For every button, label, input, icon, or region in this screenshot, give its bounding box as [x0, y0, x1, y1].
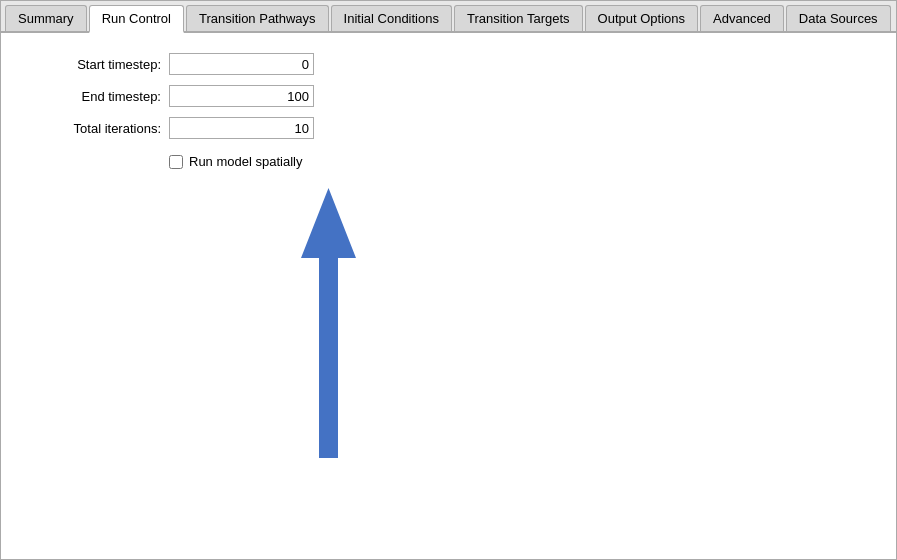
end-timestep-label: End timestep:	[31, 89, 161, 104]
tab-bar: Summary Run Control Transition Pathways …	[1, 1, 896, 33]
svg-marker-0	[301, 188, 356, 458]
tab-advanced[interactable]: Advanced	[700, 5, 784, 31]
tab-transition-targets[interactable]: Transition Targets	[454, 5, 583, 31]
start-timestep-row: Start timestep:	[31, 53, 866, 75]
form-section: Start timestep: End timestep: Total iter…	[31, 53, 866, 139]
tab-data-sources[interactable]: Data Sources	[786, 5, 891, 31]
end-timestep-input[interactable]	[169, 85, 314, 107]
content-area: Start timestep: End timestep: Total iter…	[1, 33, 896, 559]
tab-output-options[interactable]: Output Options	[585, 5, 698, 31]
tab-initial-conditions[interactable]: Initial Conditions	[331, 5, 452, 31]
run-model-spatially-row: Run model spatially	[169, 154, 866, 169]
run-model-spatially-label: Run model spatially	[189, 154, 302, 169]
tab-transition-pathways[interactable]: Transition Pathways	[186, 5, 329, 31]
start-timestep-input[interactable]	[169, 53, 314, 75]
up-arrow-icon	[301, 188, 356, 458]
tab-summary[interactable]: Summary	[5, 5, 87, 31]
total-iterations-row: Total iterations:	[31, 117, 866, 139]
total-iterations-label: Total iterations:	[31, 121, 161, 136]
tab-run-control[interactable]: Run Control	[89, 5, 184, 33]
start-timestep-label: Start timestep:	[31, 57, 161, 72]
app-container: Summary Run Control Transition Pathways …	[0, 0, 897, 560]
end-timestep-row: End timestep:	[31, 85, 866, 107]
run-model-spatially-checkbox[interactable]	[169, 155, 183, 169]
total-iterations-input[interactable]	[169, 117, 314, 139]
